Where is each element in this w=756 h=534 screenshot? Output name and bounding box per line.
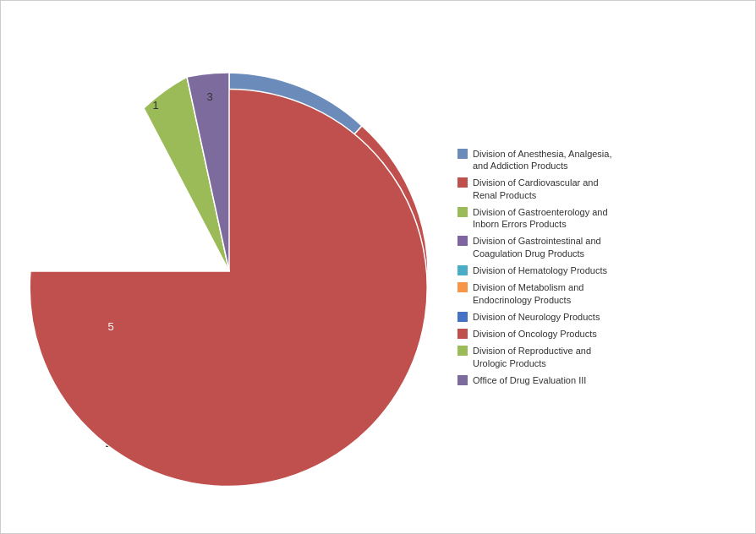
legend-item-anesthesia: Division of Anesthesia, Analgesia,and Ad… bbox=[457, 148, 747, 172]
label-office: 3 bbox=[206, 90, 212, 103]
legend-color-neurology bbox=[457, 312, 468, 322]
legend-item-metabolism: Division of Metabolism andEndocrinology … bbox=[457, 281, 747, 306]
legend-text-oncology: Division of Oncology Products bbox=[473, 328, 597, 340]
legend-item-cardiovascular: Division of Cardiovascular andRenal Prod… bbox=[457, 177, 747, 201]
legend-text-office: Office of Drug Evaluation III bbox=[473, 374, 586, 386]
legend-color-gastrointestinal bbox=[457, 236, 468, 246]
legend-text-gastroenterology: Division of Gastroenterology andInborn E… bbox=[473, 206, 608, 231]
legend-color-cardiovascular bbox=[457, 177, 468, 188]
legend-color-oncology bbox=[457, 329, 468, 339]
legend-text-gastrointestinal: Division of Gastrointestinal andCoagulat… bbox=[473, 235, 601, 259]
pie-chart-svg: 2 2 2 2 1 2 1 5 1 bbox=[14, 26, 445, 508]
legend-item-gastrointestinal: Division of Gastrointestinal andCoagulat… bbox=[457, 235, 747, 259]
legend-color-office bbox=[457, 375, 468, 385]
legend-color-hematology bbox=[457, 265, 468, 275]
chart-area: 2 2 2 2 1 2 1 5 1 bbox=[9, 22, 449, 512]
label-reproductive: 1 bbox=[152, 99, 158, 112]
legend-color-reproductive bbox=[457, 346, 468, 356]
legend-text-metabolism: Division of Metabolism andEndocrinology … bbox=[473, 281, 583, 306]
legend-text-hematology: Division of Hematology Products bbox=[473, 264, 607, 276]
legend-color-gastroenterology bbox=[457, 207, 468, 217]
legend-text-reproductive: Division of Reproductive andUrologic Pro… bbox=[473, 345, 591, 369]
legend-item-oncology: Division of Oncology Products bbox=[457, 328, 747, 340]
legend-item-neurology: Division of Neurology Products bbox=[457, 311, 747, 323]
legend-item-reproductive: Division of Reproductive andUrologic Pro… bbox=[457, 345, 747, 369]
label-oncology: 5 bbox=[107, 320, 113, 333]
legend-text-anesthesia: Division of Anesthesia, Analgesia,and Ad… bbox=[473, 148, 612, 172]
legend-text-cardiovascular: Division of Cardiovascular andRenal Prod… bbox=[473, 177, 599, 201]
legend-item-gastroenterology: Division of Gastroenterology andInborn E… bbox=[457, 206, 747, 231]
legend-item-office: Office of Drug Evaluation III bbox=[457, 374, 747, 386]
main-container: 2 2 2 2 1 2 1 5 1 bbox=[1, 0, 755, 534]
legend-item-hematology: Division of Hematology Products bbox=[457, 264, 747, 276]
legend-text-neurology: Division of Neurology Products bbox=[473, 311, 600, 323]
legend-color-metabolism bbox=[457, 282, 468, 292]
legend-color-anesthesia bbox=[457, 149, 468, 159]
legend-area: Division of Anesthesia, Analgesia,and Ad… bbox=[449, 148, 747, 387]
